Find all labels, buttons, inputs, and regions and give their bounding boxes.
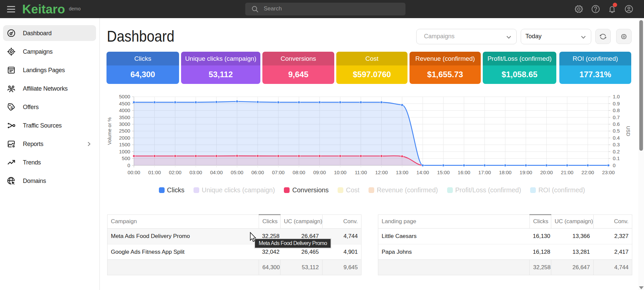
svg-text:20:00: 20:00 <box>540 170 553 175</box>
svg-text:07:00: 07:00 <box>272 170 285 175</box>
svg-text:1.0: 1.0 <box>613 94 620 99</box>
svg-text:05:00: 05:00 <box>231 170 244 175</box>
svg-text:USD: USD <box>626 126 631 136</box>
svg-text:0.7: 0.7 <box>613 114 620 120</box>
svg-text:4500: 4500 <box>119 101 130 106</box>
svg-text:04:00: 04:00 <box>210 170 223 175</box>
svg-text:02:00: 02:00 <box>169 170 182 175</box>
svg-text:12:00: 12:00 <box>375 170 388 175</box>
svg-text:3500: 3500 <box>119 114 130 120</box>
svg-text:19:00: 19:00 <box>520 170 532 175</box>
svg-text:0.4: 0.4 <box>613 135 620 141</box>
svg-text:0.6: 0.6 <box>613 121 620 127</box>
svg-text:13:00: 13:00 <box>396 170 409 175</box>
svg-text:0: 0 <box>127 162 130 168</box>
svg-text:0.3: 0.3 <box>613 142 620 147</box>
svg-text:1000: 1000 <box>119 149 130 154</box>
svg-text:17:00: 17:00 <box>478 170 491 175</box>
svg-text:0.8: 0.8 <box>613 107 620 113</box>
svg-text:Volume or %: Volume or % <box>107 117 112 145</box>
svg-text:4000: 4000 <box>119 107 130 113</box>
svg-text:09:00: 09:00 <box>313 170 326 175</box>
svg-text:1500: 1500 <box>119 142 130 147</box>
svg-text:10:00: 10:00 <box>334 170 347 175</box>
svg-text:500: 500 <box>122 155 130 161</box>
svg-text:21:00: 21:00 <box>561 170 573 175</box>
svg-text:5000: 5000 <box>119 94 130 99</box>
svg-text:0.9: 0.9 <box>613 101 620 106</box>
svg-text:03:00: 03:00 <box>189 170 202 175</box>
svg-text:0.1: 0.1 <box>613 155 620 161</box>
svg-text:01:00: 01:00 <box>148 170 161 175</box>
svg-text:2500: 2500 <box>119 128 130 134</box>
svg-text:11:00: 11:00 <box>355 170 367 175</box>
svg-text:3000: 3000 <box>119 121 130 127</box>
svg-text:00:00: 00:00 <box>128 170 140 175</box>
svg-text:18:00: 18:00 <box>499 170 512 175</box>
svg-text:22:00: 22:00 <box>582 170 594 175</box>
svg-text:15:00: 15:00 <box>437 170 450 175</box>
svg-text:06:00: 06:00 <box>251 170 264 175</box>
svg-text:2000: 2000 <box>119 135 130 141</box>
svg-text:08:00: 08:00 <box>293 170 305 175</box>
svg-text:16:00: 16:00 <box>458 170 470 175</box>
svg-text:0.2: 0.2 <box>613 149 620 154</box>
svg-text:23:00: 23:00 <box>602 170 615 175</box>
svg-text:0: 0 <box>613 162 615 168</box>
svg-text:14:00: 14:00 <box>417 170 429 175</box>
svg-text:0.5: 0.5 <box>613 128 620 134</box>
